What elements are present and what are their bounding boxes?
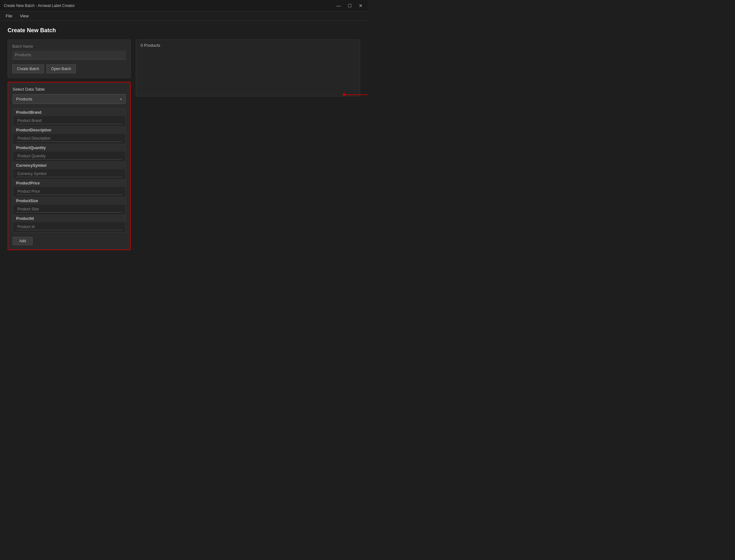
products-count: 0 Products (141, 43, 355, 48)
left-panel: Batch Name Create Batch Open Batch Selec… (8, 39, 131, 250)
maximize-button[interactable]: ☐ (346, 3, 353, 9)
open-batch-button[interactable]: Open Batch (46, 64, 76, 73)
batch-name-section: Batch Name Create Batch Open Batch (8, 39, 131, 78)
data-table-section: Select Data Table Products ▼ ProductBran… (8, 82, 131, 250)
field-row: ProductBrand (13, 109, 125, 126)
field-name-productid: ProductId (13, 215, 125, 222)
close-button[interactable]: ✕ (358, 3, 364, 9)
data-table-select[interactable]: Products (13, 94, 126, 104)
batch-name-label: Batch Name (12, 44, 126, 49)
batch-button-row: Create Batch Open Batch (12, 64, 126, 73)
menu-file[interactable]: File (3, 12, 15, 20)
field-input-productsize[interactable] (16, 206, 122, 213)
data-table-select-wrapper: Products ▼ (13, 94, 126, 104)
field-row: ProductQuantity (13, 144, 125, 162)
field-name-productquantity: ProductQuantity (13, 144, 125, 152)
callout-dot (343, 93, 345, 96)
field-input-productbrand[interactable] (16, 117, 122, 124)
field-row: ProductId (13, 215, 125, 232)
field-row: ProductPrice (13, 179, 125, 197)
field-name-productsize: ProductSize (13, 197, 125, 205)
field-row: CurrencySymbol (13, 162, 125, 179)
field-name-currencysymbol: CurrencySymbol (13, 162, 125, 169)
menu-view[interactable]: View (17, 12, 32, 20)
page-title: Create New Batch (8, 27, 360, 34)
select-data-table-label: Select Data Table (13, 87, 126, 92)
field-name-productprice: ProductPrice (13, 179, 125, 187)
window-controls: — ☐ ✕ (335, 3, 364, 9)
field-input-currencysymbol[interactable] (16, 171, 122, 177)
field-input-productprice[interactable] (16, 188, 122, 195)
content-layout: Batch Name Create Batch Open Batch Selec… (8, 39, 360, 250)
window-title: Create New Batch - Arrowat Label Creator (4, 3, 75, 8)
field-name-productdescription: ProductDescription (13, 126, 125, 134)
fields-list: ProductBrandProductDescriptionProductQua… (13, 108, 126, 232)
field-row: ProductDescription (13, 126, 125, 144)
batch-name-input[interactable] (12, 51, 126, 59)
menu-bar: File View (0, 11, 368, 21)
create-batch-button[interactable]: Create Batch (12, 64, 44, 73)
field-input-productdescription[interactable] (16, 135, 122, 142)
main-content: Create New Batch Batch Name Create Batch… (0, 21, 368, 256)
title-bar: Create New Batch - Arrowat Label Creator… (0, 0, 368, 11)
field-input-productid[interactable] (16, 224, 122, 230)
field-name-productbrand: ProductBrand (13, 109, 125, 116)
field-input-productquantity[interactable] (16, 153, 122, 160)
field-row: ProductSize (13, 197, 125, 215)
products-panel: 0 Products Data Table with Property fiel… (136, 39, 360, 96)
minimize-button[interactable]: — (335, 3, 342, 9)
callout-line (344, 94, 368, 95)
add-button[interactable]: Add (13, 237, 33, 245)
